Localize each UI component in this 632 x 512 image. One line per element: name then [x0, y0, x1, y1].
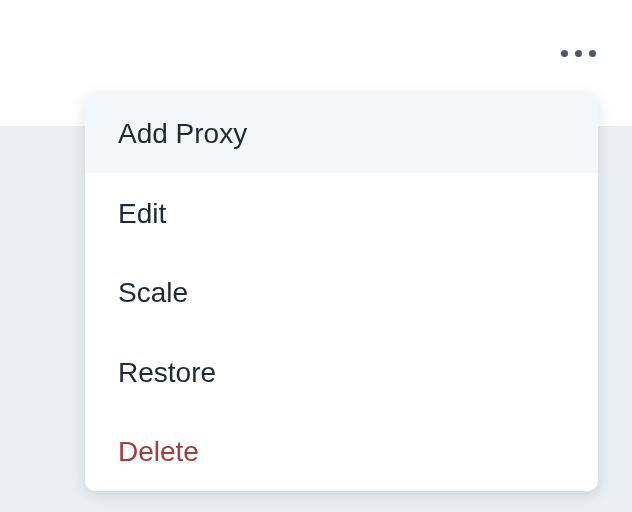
dot-icon	[589, 50, 596, 57]
menu-item-delete[interactable]: Delete	[85, 411, 598, 491]
menu-item-restore[interactable]: Restore	[85, 332, 598, 412]
menu-item-scale[interactable]: Scale	[85, 252, 598, 332]
dropdown-menu: Add Proxy Edit Scale Restore Delete	[85, 93, 598, 491]
menu-item-edit[interactable]: Edit	[85, 173, 598, 253]
menu-item-add-proxy[interactable]: Add Proxy	[85, 93, 598, 173]
more-options-button[interactable]	[553, 42, 604, 65]
dot-icon	[561, 50, 568, 57]
dot-icon	[575, 50, 582, 57]
